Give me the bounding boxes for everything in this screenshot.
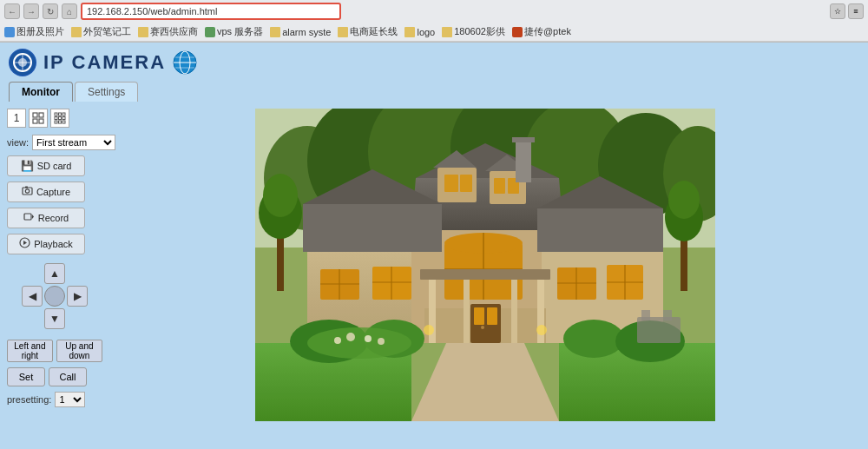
home-button[interactable]: ⌂ — [62, 3, 77, 19]
capture-button[interactable]: Capture — [7, 182, 85, 202]
playback-icon-svg — [19, 237, 30, 248]
camera-feed-image — [255, 109, 715, 421]
call-button[interactable]: Call — [49, 367, 87, 386]
svg-rect-22 — [62, 121, 65, 123]
svg-point-24 — [25, 189, 29, 193]
sd-card-label: SD card — [37, 161, 72, 171]
view-grid-selector: 1 — [7, 109, 102, 128]
bookmarks-bar: 图册及照片 外贸笔记工 赛西供应商 vps 服务器 alarm syste 电商… — [0, 23, 868, 42]
record-icon — [23, 211, 35, 225]
bookmark-label: 180602影供 — [454, 25, 505, 38]
bookmark-folder-icon — [138, 27, 148, 37]
camera-icon — [22, 185, 33, 196]
svg-marker-29 — [23, 241, 27, 245]
svg-marker-27 — [32, 215, 34, 219]
logo-icon — [9, 49, 36, 76]
record-label: Record — [38, 213, 69, 223]
bookmark-star-button[interactable]: ☆ — [830, 3, 845, 19]
ptz-controls: ▲ ◀ ▶ ▼ — [7, 263, 102, 329]
set-button[interactable]: Set — [7, 367, 45, 386]
ptz-direction-labels: Left and right Up and down — [7, 340, 102, 362]
svg-rect-13 — [39, 119, 43, 123]
bookmark-label: 赛西供应商 — [150, 25, 198, 38]
app-container: IP CAMERA Monitor Settings 1 — [0, 43, 868, 449]
tab-monitor[interactable]: Monitor — [9, 82, 73, 102]
bookmark-folder-icon — [71, 27, 82, 37]
ptz-center-button[interactable] — [44, 286, 65, 307]
bookmark-ecommerce[interactable]: 电商延长线 — [338, 25, 398, 38]
svg-rect-20 — [55, 121, 57, 123]
grid-2x2-button[interactable] — [29, 109, 48, 128]
ptz-bottom-row: ▼ — [44, 308, 65, 329]
ptz-top-row: ▲ — [44, 263, 65, 284]
main-content: 1 — [0, 102, 868, 449]
tabs-bar: Monitor Settings — [0, 82, 868, 102]
grid-2x2-icon — [32, 112, 44, 124]
capture-icon — [22, 185, 33, 199]
bookmark-folder-icon — [270, 27, 280, 37]
bookmark-logo[interactable]: logo — [404, 27, 435, 37]
browser-toolbar: ← → ↻ ⌂ 192.168.2.150/web/admin.html ☆ ≡ — [0, 0, 868, 23]
svg-rect-18 — [59, 117, 62, 120]
grid-3x3-button[interactable] — [50, 109, 69, 128]
bookmark-photos[interactable]: 图册及照片 — [4, 25, 64, 38]
playback-button[interactable]: Playback — [7, 234, 85, 254]
tab-settings[interactable]: Settings — [75, 82, 138, 102]
bookmark-label: vps 服务器 — [217, 25, 263, 38]
record-icon-svg — [23, 211, 35, 222]
settings-button[interactable]: ≡ — [848, 3, 864, 19]
ptz-left-button[interactable]: ◀ — [22, 286, 43, 307]
globe-icon — [173, 50, 197, 75]
stream-select[interactable]: First stream Second stream — [32, 135, 115, 150]
svg-rect-17 — [55, 117, 57, 120]
bookmark-alarm[interactable]: alarm syste — [270, 27, 331, 37]
svg-rect-21 — [59, 121, 62, 123]
bookmark-film[interactable]: 180602影供 — [442, 25, 505, 38]
bookmark-vps[interactable]: vps 服务器 — [205, 25, 263, 38]
bookmark-folder-icon — [404, 27, 415, 37]
bookmark-label: 捷传@ptek — [524, 25, 571, 38]
bookmark-label: logo — [417, 27, 435, 37]
url-text: 192.168.2.150/web/admin.html — [87, 6, 217, 17]
ptz-middle-row: ◀ ▶ — [22, 286, 88, 307]
bookmark-folder-icon — [442, 27, 452, 37]
browser-right-buttons: ☆ ≡ — [830, 3, 864, 19]
forward-button[interactable]: → — [23, 3, 39, 19]
bookmark-label: 外贸笔记工 — [83, 25, 131, 38]
view-select-row: view: First stream Second stream — [7, 135, 102, 150]
bookmark-supplier[interactable]: 赛西供应商 — [138, 25, 198, 38]
ptz-down-button[interactable]: ▼ — [44, 308, 65, 329]
preset-select[interactable]: 1 2 3 — [55, 392, 85, 407]
record-button[interactable]: Record — [7, 208, 85, 228]
bookmark-icon-green — [205, 27, 215, 37]
house-scene-svg — [255, 109, 715, 421]
url-bar[interactable]: 192.168.2.150/web/admin.html — [81, 3, 341, 20]
bookmark-icon-red — [512, 27, 523, 37]
browser-chrome: ← → ↻ ⌂ 192.168.2.150/web/admin.html ☆ ≡… — [0, 0, 868, 43]
bookmark-icon — [4, 27, 15, 37]
grid-3x3-icon — [54, 112, 66, 124]
bookmark-label: alarm syste — [282, 27, 331, 37]
svg-rect-12 — [33, 119, 37, 123]
capture-label: Capture — [36, 187, 70, 197]
preset-row: presetting: 1 2 3 — [7, 392, 102, 407]
svg-rect-19 — [62, 117, 65, 120]
up-down-label[interactable]: Up and down — [56, 340, 102, 362]
ptz-up-button[interactable]: ▲ — [44, 263, 65, 284]
svg-rect-15 — [59, 113, 62, 116]
app-title: IP CAMERA — [43, 51, 166, 74]
svg-rect-23 — [23, 188, 32, 195]
bookmark-notes[interactable]: 外贸笔记工 — [71, 25, 131, 38]
bookmark-folder-icon — [338, 27, 348, 37]
bookmark-ptek[interactable]: 捷传@ptek — [512, 25, 571, 38]
left-panel: 1 — [7, 109, 102, 448]
reload-button[interactable]: ↻ — [43, 3, 58, 19]
back-button[interactable]: ← — [4, 3, 20, 19]
grid-1x1-button[interactable]: 1 — [7, 109, 26, 128]
camera-feed-area — [109, 109, 861, 448]
playback-icon — [19, 237, 30, 251]
ptz-right-button[interactable]: ▶ — [67, 286, 88, 307]
sd-card-button[interactable]: 💾 SD card — [7, 155, 85, 176]
left-right-label[interactable]: Left and right — [7, 340, 53, 362]
app-header: IP CAMERA — [0, 43, 868, 82]
